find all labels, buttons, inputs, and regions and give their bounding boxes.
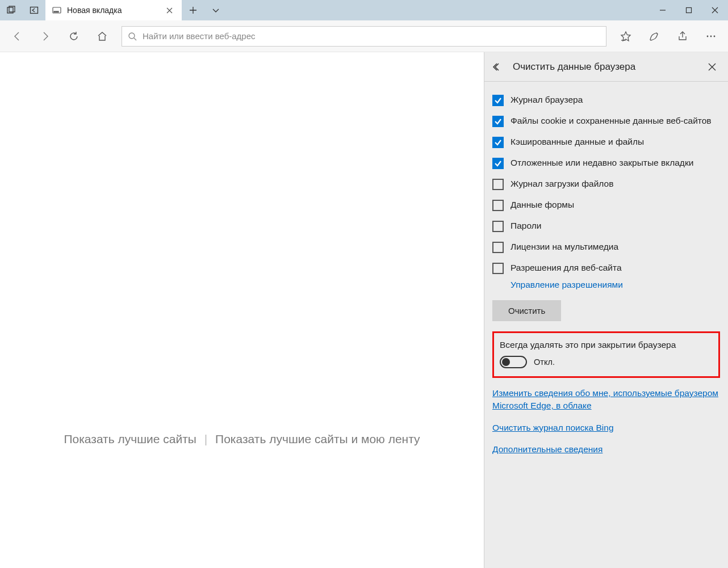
set-aside-tabs-icon[interactable]: [23, 0, 45, 20]
clear-button[interactable]: Очистить: [492, 300, 561, 321]
address-bar[interactable]: [122, 26, 606, 47]
share-button[interactable]: [669, 23, 696, 50]
svg-rect-5: [56, 11, 57, 12]
panel-close-icon[interactable]: [704, 59, 720, 75]
svg-rect-2: [31, 7, 38, 14]
page-content: Показать лучшие сайты | Показать лучшие …: [0, 52, 484, 568]
tab-title: Новая вкладка: [67, 6, 158, 15]
tab-close-icon[interactable]: [164, 5, 175, 16]
checkbox[interactable]: [492, 221, 504, 232]
always-clear-highlight: Всегда удалять это при закрытии браузера…: [492, 331, 720, 378]
checkbox[interactable]: [492, 200, 504, 211]
checkbox-label: Разрешения для веб-сайта: [511, 262, 622, 274]
maximize-button[interactable]: [676, 0, 702, 20]
show-top-sites-and-feed-link[interactable]: Показать лучшие сайты и мою ленту: [215, 432, 420, 445]
always-clear-toggle-row: Откл.: [500, 356, 713, 368]
panel-header: Очистить данные браузера: [484, 52, 728, 82]
checkbox-label: Лицензии на мультимедиа: [511, 241, 618, 253]
checkbox-label: Журнал браузера: [511, 94, 583, 106]
always-clear-title: Всегда удалять это при закрытии браузера: [500, 340, 713, 350]
notes-button[interactable]: [641, 23, 668, 50]
checkbox[interactable]: [492, 137, 504, 148]
more-info-link[interactable]: Дополнительные сведения: [492, 443, 720, 456]
new-tab-button[interactable]: [182, 0, 204, 20]
toggle-knob: [502, 358, 510, 366]
home-button[interactable]: [89, 23, 116, 50]
checkbox-label: Кэшированные данные и файлы: [511, 136, 644, 148]
forward-button[interactable]: [32, 23, 59, 50]
checkbox-row[interactable]: Разрешения для веб-сайта: [492, 258, 720, 279]
body-row: Показать лучшие сайты | Показать лучшие …: [0, 52, 728, 568]
checkbox-row[interactable]: Журнал загрузки файлов: [492, 174, 720, 195]
checkbox[interactable]: [492, 158, 504, 169]
panel-back-icon[interactable]: [492, 62, 505, 72]
show-top-sites-link[interactable]: Показать лучшие сайты: [64, 432, 196, 445]
close-window-button[interactable]: [702, 0, 728, 20]
search-icon: [128, 32, 137, 41]
svg-rect-7: [687, 8, 692, 13]
svg-rect-6: [57, 11, 58, 12]
checkbox-label: Пароли: [511, 220, 541, 232]
checkbox-row[interactable]: Данные формы: [492, 195, 720, 216]
panel-body: Журнал браузераФайлы cookie и сохраненны…: [484, 82, 728, 464]
more-button[interactable]: [697, 23, 725, 50]
checkbox-row[interactable]: Лицензии на мультимедиа: [492, 237, 720, 258]
always-clear-toggle[interactable]: [500, 356, 527, 368]
start-page-options: Показать лучшие сайты | Показать лучшие …: [0, 432, 484, 446]
checkbox-row[interactable]: Пароли: [492, 216, 720, 237]
svg-point-8: [129, 33, 135, 39]
checkbox-row[interactable]: Кэшированные данные и файлы: [492, 132, 720, 153]
tab-actions-button[interactable]: [204, 0, 227, 20]
address-input[interactable]: [143, 31, 600, 41]
refresh-button[interactable]: [60, 23, 87, 50]
browser-tab[interactable]: Новая вкладка: [45, 0, 182, 20]
svg-point-9: [707, 35, 709, 37]
checkbox-label: Данные формы: [511, 199, 574, 211]
manage-permissions-link[interactable]: Управление разрешениями: [511, 280, 623, 290]
checkbox-label: Отложенные или недавно закрытые вкладки: [511, 157, 693, 169]
checkbox-row[interactable]: Отложенные или недавно закрытые вкладки: [492, 153, 720, 174]
checkbox-label: Файлы cookie и сохраненные данные веб-са…: [511, 115, 712, 127]
toggle-state-label: Откл.: [534, 357, 555, 367]
change-cloud-info-link[interactable]: Изменить сведения обо мне, используемые …: [492, 387, 720, 413]
titlebar: Новая вкладка: [0, 0, 728, 20]
svg-point-11: [714, 35, 716, 37]
clear-browsing-data-panel: Очистить данные браузера Журнал браузера…: [484, 52, 728, 568]
tab-favicon-icon: [52, 6, 61, 15]
checkbox[interactable]: [492, 116, 504, 127]
toolbar: [0, 20, 728, 52]
checkbox-row[interactable]: Журнал браузера: [492, 90, 720, 111]
svg-point-10: [710, 35, 712, 37]
checkbox[interactable]: [492, 242, 504, 253]
checkbox[interactable]: [492, 263, 504, 274]
favorites-button[interactable]: [612, 23, 639, 50]
checkbox[interactable]: [492, 95, 504, 106]
titlebar-drag-region: [227, 0, 650, 20]
window-controls: [650, 0, 728, 20]
titlebar-left: [0, 0, 45, 20]
panel-title: Очистить данные браузера: [513, 61, 696, 73]
clear-bing-history-link[interactable]: Очистить журнал поиска Bing: [492, 422, 720, 434]
back-button[interactable]: [3, 23, 31, 50]
checkbox-label: Журнал загрузки файлов: [511, 178, 613, 190]
checkbox[interactable]: [492, 179, 504, 190]
tab-preview-icon[interactable]: [0, 0, 23, 20]
checkbox-row[interactable]: Файлы cookie и сохраненные данные веб-са…: [492, 111, 720, 132]
minimize-button[interactable]: [650, 0, 676, 20]
separator: |: [204, 432, 207, 445]
svg-rect-4: [54, 11, 55, 12]
checkbox-list: Журнал браузераФайлы cookie и сохраненны…: [492, 90, 720, 279]
